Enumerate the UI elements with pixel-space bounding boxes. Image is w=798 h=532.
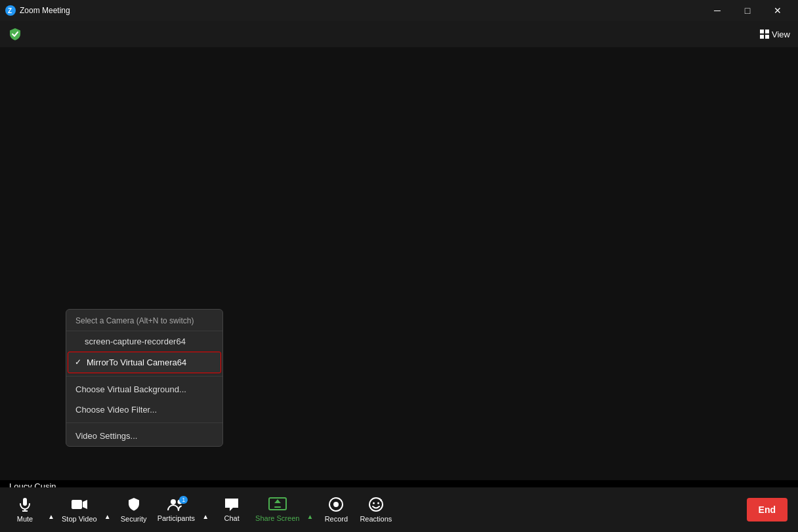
svg-point-16	[373, 502, 375, 504]
svg-marker-12	[276, 499, 280, 502]
chat-icon	[224, 497, 240, 512]
camera-item-1[interactable]: MirrorTo Virtual Camera64	[68, 352, 221, 373]
mute-button[interactable]: Mute	[5, 487, 45, 532]
stop-video-group: Stop Video ▲	[58, 487, 114, 532]
security-button[interactable]: Security	[114, 487, 154, 532]
choose-virtual-background[interactable]: Choose Virtual Background...	[66, 379, 222, 399]
mute-group: Mute ▲	[5, 487, 58, 532]
participants-group: 1 Participants ▲	[154, 487, 212, 532]
svg-text:Z: Z	[8, 7, 12, 14]
zoom-logo-icon: Z	[5, 5, 16, 16]
share-screen-group: Share Screen ▲	[251, 487, 316, 532]
video-settings[interactable]: Video Settings...	[66, 426, 222, 446]
share-screen-label: Share Screen	[255, 514, 299, 522]
security-icon	[126, 497, 142, 512]
share-screen-caret[interactable]: ▲	[303, 487, 316, 532]
mute-caret[interactable]: ▲	[45, 487, 58, 532]
camera-popup-divider-1	[66, 376, 222, 377]
camera-item-0[interactable]: screen-capture-recorder64	[66, 331, 222, 352]
stop-video-label: Stop Video	[62, 515, 97, 523]
end-button[interactable]: End	[747, 498, 788, 522]
svg-marker-6	[83, 500, 87, 509]
svg-rect-11	[274, 506, 281, 508]
view-label: View	[772, 30, 790, 39]
minimize-button[interactable]: ─	[702, 0, 732, 21]
svg-rect-5	[72, 500, 82, 509]
grid-icon	[760, 30, 769, 39]
title-bar-controls: ─ □ ✕	[702, 0, 793, 21]
record-button[interactable]: Record	[316, 487, 356, 532]
video-caret[interactable]: ▲	[101, 487, 114, 532]
share-screen-icon	[268, 497, 287, 512]
camera-popup: Select a Camera (Alt+N to switch) screen…	[66, 309, 223, 447]
title-bar: Z Zoom Meeting ─ □ ✕	[0, 0, 798, 21]
window-title: Zoom Meeting	[20, 6, 70, 15]
mute-label: Mute	[17, 515, 33, 523]
top-bar: View	[0, 21, 798, 47]
close-button[interactable]: ✕	[763, 0, 793, 21]
stop-video-button[interactable]: Stop Video	[58, 487, 101, 532]
participants-label: Participants	[158, 514, 195, 522]
title-bar-left: Z Zoom Meeting	[5, 5, 70, 16]
shield-icon	[8, 27, 22, 41]
participants-icon: 1	[167, 497, 185, 512]
record-label: Record	[325, 515, 348, 523]
svg-point-7	[171, 499, 176, 504]
view-button[interactable]: View	[760, 30, 790, 39]
participants-button[interactable]: 1 Participants	[154, 487, 199, 532]
toolbar: Mute ▲ Stop Video ▲ Security	[0, 487, 798, 532]
participants-caret[interactable]: ▲	[199, 487, 212, 532]
svg-point-14	[333, 502, 339, 507]
camera-popup-divider-2	[66, 422, 222, 423]
chat-label: Chat	[224, 514, 239, 522]
security-label: Security	[121, 515, 147, 523]
record-icon	[328, 497, 344, 512]
maximize-button[interactable]: □	[732, 0, 763, 21]
video-icon	[71, 497, 88, 512]
reactions-icon: +	[368, 497, 384, 512]
reactions-label: Reactions	[360, 515, 392, 523]
camera-popup-header: Select a Camera (Alt+N to switch)	[66, 310, 222, 331]
microphone-icon	[17, 497, 33, 512]
reactions-button[interactable]: + Reactions	[356, 487, 396, 532]
svg-rect-2	[23, 498, 27, 506]
share-screen-button[interactable]: Share Screen	[251, 487, 303, 532]
chat-button[interactable]: Chat	[212, 487, 251, 532]
participants-count: 1	[179, 496, 188, 504]
choose-video-filter[interactable]: Choose Video Filter...	[66, 399, 222, 420]
svg-text:+: +	[379, 497, 382, 503]
